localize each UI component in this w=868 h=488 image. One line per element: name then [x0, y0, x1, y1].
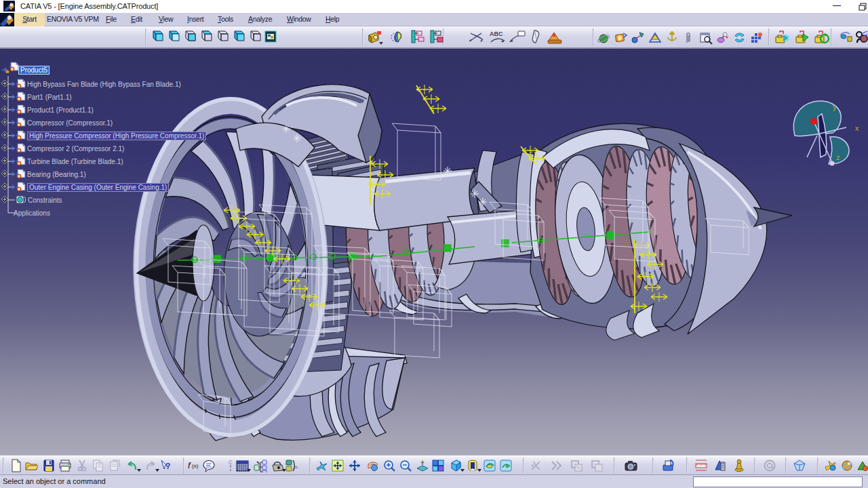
svg-text:f: f — [188, 460, 191, 470]
svg-text:z: z — [836, 153, 840, 161]
svg-text:ABC: ABC — [490, 30, 503, 37]
svg-text:(x): (x) — [192, 463, 199, 469]
svg-text:x: x — [855, 124, 859, 132]
svg-text:y: y — [833, 103, 837, 111]
svg-text:?: ? — [165, 462, 170, 471]
svg-text:=: = — [294, 464, 298, 470]
